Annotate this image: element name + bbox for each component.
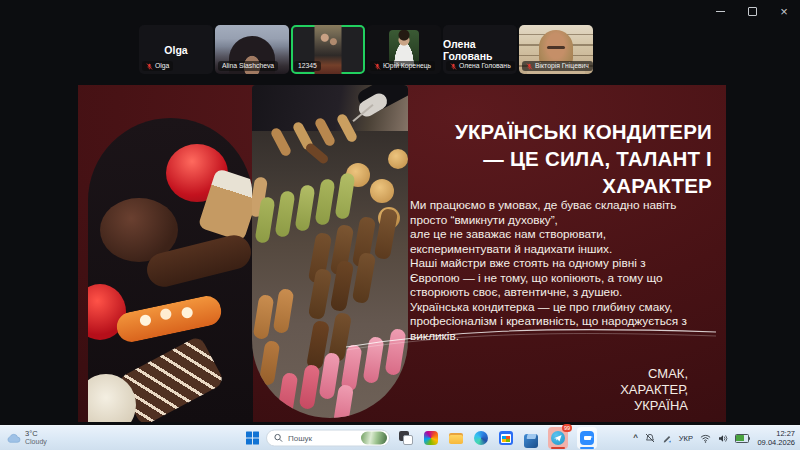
start-button[interactable]	[246, 432, 259, 445]
photo-shape	[277, 372, 299, 418]
telegram-app-icon[interactable]: 99	[548, 427, 568, 449]
photo-shape	[253, 294, 275, 340]
running-indicator	[580, 447, 594, 449]
mic-muted-icon	[146, 63, 153, 70]
wifi-icon[interactable]	[700, 434, 711, 443]
photo-shape	[299, 364, 321, 410]
volume-icon[interactable]	[718, 434, 728, 443]
participant-tile-olga[interactable]: Olga Olga	[139, 25, 213, 74]
video-camera-icon	[580, 431, 594, 445]
window-controls: ×	[710, 3, 794, 19]
participant-label: Olga	[142, 61, 173, 71]
meeting-window: × Olga Olga Alina Slashcheva 12345	[0, 0, 800, 450]
wallet-app-icon[interactable]	[523, 430, 539, 446]
slide-title: УКРАЇНСЬКІ КОНДИТЕРИ — ЦЕ СИЛА, ТАЛАНТ І…	[455, 118, 712, 199]
weather-temperature: 3°C	[25, 429, 47, 438]
photo-shape	[333, 384, 354, 418]
running-indicator	[551, 447, 565, 449]
search-highlight-thumbnail[interactable]	[361, 432, 387, 445]
participant-tile-viktoriia[interactable]: Вікторія Гніцевич	[519, 25, 593, 74]
participant-label: 12345	[294, 61, 321, 71]
microsoft-store-icon[interactable]	[498, 430, 514, 446]
zoom-app-icon[interactable]	[577, 427, 597, 449]
photo-shape	[259, 340, 281, 386]
photo-shape	[370, 179, 394, 203]
photo-shape	[114, 293, 224, 344]
system-tray: ^ УКР 12:27 09.04.2026	[633, 426, 795, 450]
search-placeholder: Пошук	[288, 434, 356, 443]
battery-icon[interactable]	[735, 434, 751, 443]
participant-tile-yurii[interactable]: Юрій Коренець	[367, 25, 441, 74]
keyboard-language[interactable]: УКР	[679, 434, 693, 443]
close-icon[interactable]: ×	[774, 3, 794, 19]
clock-time: 12:27	[757, 429, 795, 438]
slide-tagline: СМАК, ХАРАКТЕР, УКРАЇНА	[620, 366, 688, 414]
mic-muted-icon	[526, 63, 533, 70]
task-view-icon[interactable]	[398, 430, 414, 446]
photos-app-icon[interactable]	[423, 430, 439, 446]
photo-shape	[294, 184, 315, 232]
clock-date: 09.04.2026	[757, 438, 795, 447]
minimize-icon[interactable]	[710, 3, 730, 19]
restore-icon[interactable]	[742, 3, 762, 19]
weather-condition: Cloudy	[25, 438, 47, 446]
file-explorer-icon[interactable]	[448, 430, 464, 446]
photo-shape	[274, 190, 295, 238]
cloud-icon	[6, 433, 21, 443]
participant-label: Alina Slashcheva	[218, 61, 278, 71]
shared-presentation-slide: УКРАЇНСЬКІ КОНДИТЕРИ — ЦЕ СИЛА, ТАЛАНТ І…	[78, 85, 726, 422]
hidden-icons-chevron[interactable]: ^	[633, 434, 638, 442]
participant-label: Олена Головань	[446, 61, 515, 71]
participants-strip: Olga Olga Alina Slashcheva 12345 Юрій Ко…	[0, 25, 766, 74]
notification-badge: 99	[562, 424, 572, 432]
eclairs-tray-photo	[252, 85, 408, 418]
swoosh-decoration	[344, 323, 724, 355]
taskbar-apps: 99	[398, 426, 597, 450]
participant-tile-12345-active-speaker[interactable]: 12345	[291, 25, 365, 74]
photo-shape	[270, 126, 293, 157]
mic-muted-icon	[450, 63, 457, 70]
plated-desserts-photo	[88, 118, 253, 422]
windows-taskbar: 3°C Cloudy Пошук 99	[0, 425, 800, 450]
participant-tile-olena[interactable]: Олена Головань Олена Головань	[443, 25, 517, 74]
pen-input-icon[interactable]	[662, 433, 672, 443]
search-icon	[274, 434, 283, 443]
photo-shape	[314, 178, 335, 226]
taskbar-clock[interactable]: 12:27 09.04.2026	[757, 429, 795, 448]
weather-widget[interactable]: 3°C Cloudy	[6, 429, 47, 446]
participant-label: Юрій Коренець	[370, 61, 435, 71]
participant-label: Вікторія Гніцевич	[522, 61, 593, 71]
glasses-shape	[547, 46, 565, 49]
telegram-plane-icon	[551, 431, 565, 445]
edge-browser-icon[interactable]	[473, 430, 489, 446]
slide-body-text: Ми працюємо в умовах, де буває складно н…	[410, 198, 687, 343]
search-box[interactable]: Пошук	[266, 430, 390, 447]
photo-shape	[334, 172, 355, 220]
bell-off-icon[interactable]	[645, 433, 655, 443]
participant-tile-alina[interactable]: Alina Slashcheva	[215, 25, 289, 74]
photo-shape	[388, 149, 408, 169]
mic-muted-icon	[374, 63, 381, 70]
